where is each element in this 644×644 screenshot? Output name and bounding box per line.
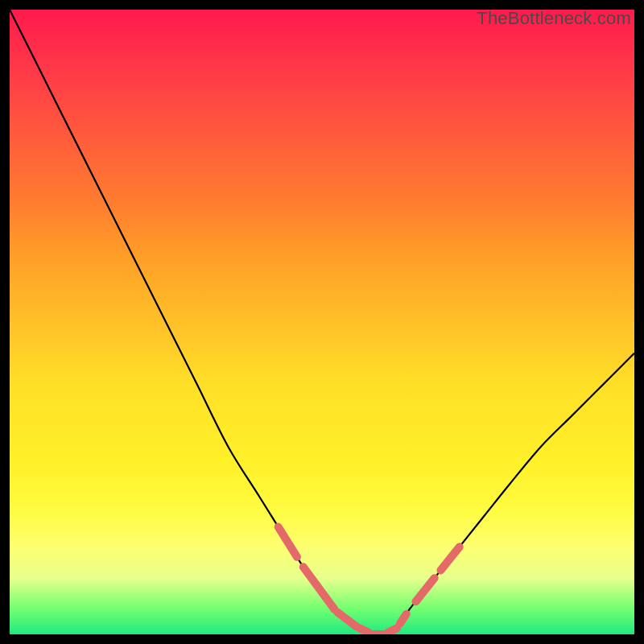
chart-plot-area <box>10 10 634 634</box>
highlight-segment <box>279 527 297 557</box>
highlight-segment <box>360 628 369 633</box>
highlight-segment <box>337 613 356 626</box>
highlight-segment <box>400 614 407 624</box>
highlight-segment <box>387 628 397 633</box>
highlight-segments <box>279 527 460 634</box>
highlight-segment <box>440 547 459 570</box>
curve-svg <box>10 10 634 634</box>
bottleneck-curve <box>10 10 634 634</box>
highlight-segment <box>415 578 434 601</box>
highlight-segment <box>303 567 335 609</box>
